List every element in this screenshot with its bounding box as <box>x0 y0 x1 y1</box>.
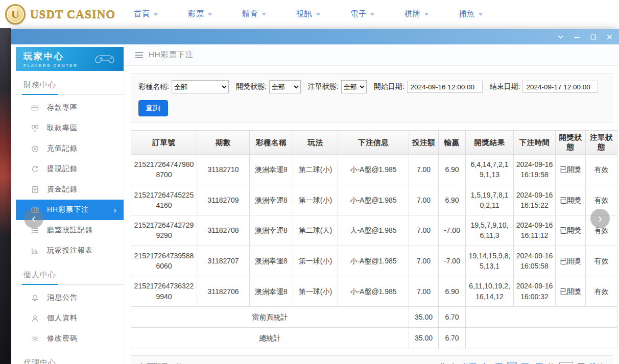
sidebar-section-heading: 財務中心 <box>16 78 124 95</box>
nav-item-label: 首頁 <box>134 9 150 19</box>
chevron-down-icon <box>557 34 564 40</box>
table-cell: 已開獎 <box>556 155 586 185</box>
end-date-label: 結束日期: <box>490 82 520 91</box>
first-page-link[interactable]: 首页 <box>462 362 477 364</box>
window-collapse-button[interactable] <box>557 34 564 40</box>
window-close-button[interactable] <box>606 34 613 40</box>
lottery-select[interactable]: 全部 <box>172 80 229 93</box>
sidebar-item-label: 提現記錄 <box>47 164 78 174</box>
filter-row: 彩種名稱: 全部 開獎狀態: 全部 注單狀態: 全部 開始日期: 結束日期: <box>138 80 605 93</box>
sidebar-item-gear[interactable]: 修改密碼 <box>16 328 124 349</box>
withdraw-icon <box>31 125 39 132</box>
bets-table: 訂單號期數彩種名稱玩法下注信息投注額輸贏開獎結果下注時間開獎狀態注單狀態 215… <box>131 130 617 349</box>
table-row: 215217264747980870031182710澳洲幸運8第二球(小)小-… <box>131 155 617 185</box>
filter-panel: 彩種名稱: 全部 開獎狀態: 全部 注單狀態: 全部 開始日期: 結束日期: <box>131 73 612 123</box>
sidebar-section-heading-label: 財務中心 <box>22 78 58 95</box>
column-header-3: 彩種名稱 <box>250 131 293 155</box>
summary-row: 當前頁統計35.006.70 <box>131 306 617 327</box>
table-cell: 第一球(小) <box>293 185 338 215</box>
table-cell: 31182707 <box>197 246 250 276</box>
page-jump-input[interactable] <box>559 362 573 364</box>
draw-status-select[interactable]: 全部 <box>269 80 301 93</box>
summary-bet-total: 35.00 <box>409 306 439 327</box>
end-date-input[interactable] <box>522 81 598 93</box>
sidebar-item-label: 廳室投註記錄 <box>47 226 93 235</box>
query-button[interactable]: 查詢 <box>138 100 168 116</box>
order-status-select[interactable]: 全部 <box>341 80 367 93</box>
table-cell: 澳洲幸運8 <box>250 215 293 246</box>
window-titlebar[interactable] <box>11 29 619 44</box>
cashout-icon <box>31 165 39 173</box>
nav-item-label: 體育 <box>242 9 258 19</box>
logo[interactable]: U USDT CASINO <box>5 4 124 25</box>
start-date-input[interactable] <box>407 81 483 93</box>
sidebar-item-user[interactable]: 個人資料 <box>16 308 124 328</box>
sidebar-item-withdraw[interactable]: 取款專區 <box>16 118 124 138</box>
table-row: 215217264745225416031182709澳洲幸運8第一球(小)小-… <box>131 185 617 215</box>
summary-bet-total: 35.00 <box>409 328 439 349</box>
table-cell: 6,4,14,7,2,19,1,13 <box>466 155 514 185</box>
deposit-icon <box>31 104 39 112</box>
background-photo <box>0 28 11 364</box>
sidebar-item-label: 充值記錄 <box>47 144 78 153</box>
nav-item-3[interactable]: 體育 <box>242 9 266 19</box>
sidebar-item-recharge[interactable]: 充值記錄 <box>16 138 124 159</box>
table-cell: 有效 <box>586 276 617 307</box>
current-page-button[interactable]: 1 <box>507 362 517 364</box>
window-body: 玩家中心 PLAYERS CENTER 財務中心存款專區取款專區充值記錄提現記錄… <box>11 44 619 364</box>
column-header-10: 開獎狀態 <box>556 131 586 155</box>
table-cell: 有效 <box>586 246 617 276</box>
jump-link[interactable]: 跳转 <box>589 362 604 364</box>
table-cell: 6.90 <box>439 155 466 185</box>
user-icon <box>31 314 39 322</box>
nav-item-2[interactable]: 彩票 <box>188 9 212 19</box>
bell-icon <box>31 294 39 302</box>
carousel-next-button[interactable]: › <box>590 209 610 228</box>
column-header-2: 期數 <box>197 131 250 155</box>
sidebar-item-funds[interactable]: 資金記錄 <box>16 179 124 200</box>
sidebar-item-bell[interactable]: 消息公告 <box>16 287 124 308</box>
table-cell: 31182709 <box>197 185 250 215</box>
table-cell: 已開獎 <box>556 246 586 276</box>
column-header-4: 玩法 <box>293 131 338 155</box>
sidebar-item-label: 個人資料 <box>47 313 78 323</box>
next-page-link[interactable]: 下一页 <box>521 362 543 364</box>
table-cell: 澳洲幸運8 <box>250 185 293 215</box>
table-cell: 31182708 <box>197 215 250 246</box>
nav-item-6[interactable]: 棋牌 <box>404 9 428 19</box>
window-maximize-button[interactable] <box>590 34 597 40</box>
table-cell: 澳洲幸運8 <box>250 276 293 307</box>
sidebar-section-heading: 個人中心 <box>16 268 124 285</box>
sidebar-item-label: 玩家投注報表 <box>47 246 93 255</box>
recharge-icon <box>31 145 39 153</box>
table-cell: 澳洲幸運8 <box>250 246 293 276</box>
table-body: 215217264747980870031182710澳洲幸運8第二球(小)小-… <box>131 155 617 349</box>
nav-item-4[interactable]: 視訊 <box>296 9 320 19</box>
sidebar-item-label: 存款專區 <box>47 103 78 112</box>
chevron-down-icon <box>370 13 374 16</box>
table-cell: 19,5,7,9,10,6,11,3 <box>466 215 514 246</box>
sidebar-item-report[interactable]: 玩家投注報表 <box>16 240 124 261</box>
sidebar-item-deposit[interactable]: 存款專區 <box>16 98 124 118</box>
close-icon <box>606 34 613 40</box>
sidebar-item-label: 資金記錄 <box>47 185 78 194</box>
table-cell: 2152172647395886060 <box>131 246 197 276</box>
sidebar-item-label: 消息公告 <box>47 293 78 302</box>
table-cell: 1,5,19,7,8,10,2,11 <box>466 185 514 215</box>
prev-page-link[interactable]: 上一页 <box>481 362 503 364</box>
page-label-post: 页 <box>578 362 585 364</box>
sidebar-item-cashout[interactable]: 提現記錄 <box>16 159 124 179</box>
table-cell: 2024-09-16 16:00:32 <box>514 276 556 307</box>
nav-item-1[interactable]: 首頁 <box>134 9 158 19</box>
window-minimize-button[interactable] <box>574 34 580 40</box>
nav-item-5[interactable]: 電子 <box>350 9 374 19</box>
table-cell: 6,11,10,19,2,16,14,12 <box>466 276 514 307</box>
minimize-icon <box>574 34 580 40</box>
table-cell: 2152172647427299290 <box>131 215 197 246</box>
summary-empty <box>466 328 617 349</box>
menu-toggle-icon[interactable] <box>135 52 143 58</box>
nav-item-7[interactable]: 捕魚 <box>459 9 483 19</box>
carousel-prev-button[interactable]: ‹ <box>24 209 43 228</box>
nav-item-label: 視訊 <box>296 9 313 19</box>
table-cell: 7.00 <box>409 155 439 185</box>
